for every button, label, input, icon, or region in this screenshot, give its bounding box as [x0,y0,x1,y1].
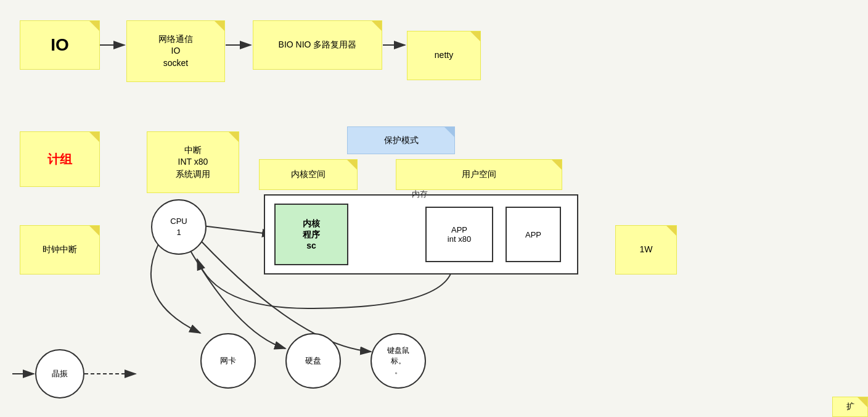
netty-note: netty [407,31,481,80]
yonghu-space-note: 用户空间 [396,159,562,190]
baohumoshi-note: 保护模式 [347,126,455,154]
wangka-circle: 网卡 [200,333,256,389]
yw-note: 1W [615,225,677,275]
bio-nio-note: BIO NIO 多路复用器 [253,20,382,70]
app-int-box: APPint x80 [425,207,493,262]
network-note: 网络通信IOsocket [126,20,225,82]
io-note: IO [20,20,100,70]
jingzhen-circle: 晶振 [35,349,84,398]
svg-line-5 [197,225,273,234]
app-box: APP [506,207,561,262]
memory-label: 内存 [412,189,428,200]
kernel-program-box: 内核程序sc [274,204,348,265]
cpu-circle: CPU1 [151,199,207,255]
shizong-note: 时钟中断 [20,225,100,275]
yingpan-circle: 硬盘 [285,333,341,389]
jizhuan-note: 计组 [20,131,100,187]
neihe-space-note: 内核空间 [259,159,358,190]
jianpan-circle: 键盘鼠标。。 [371,333,426,389]
zhongduan-note: 中断INT x80系统调用 [147,131,239,193]
bottom-right-note: 扩 [832,397,868,417]
